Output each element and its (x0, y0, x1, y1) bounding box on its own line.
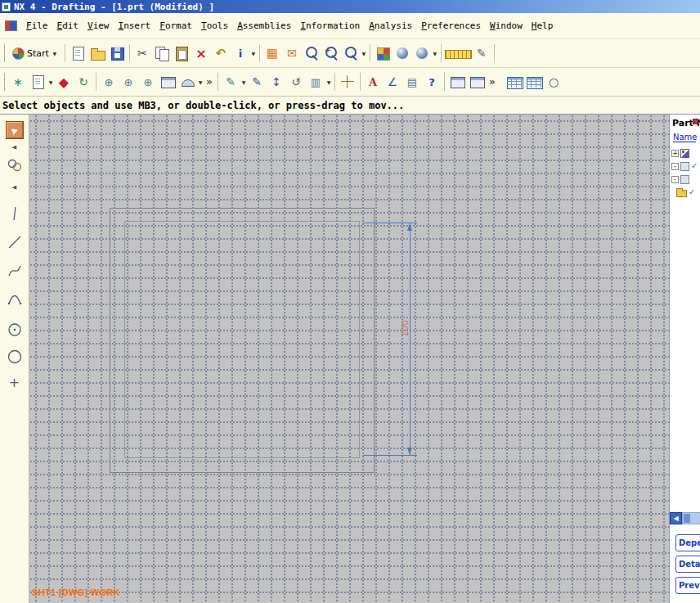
toolbar-overflow-icon[interactable]: » (204, 72, 215, 92)
zoom-icon[interactable] (302, 43, 321, 63)
tabular-note-icon[interactable] (505, 72, 524, 92)
tree-row[interactable]: ✓ (670, 186, 700, 199)
view-frame-icon[interactable] (447, 72, 467, 92)
circle-icon[interactable] (7, 349, 23, 367)
redo-loop-icon[interactable]: ↺ (286, 72, 306, 92)
paste-icon[interactable] (172, 43, 191, 63)
sketch-icon[interactable]: ∗ (8, 72, 28, 92)
chevron-down-icon[interactable]: ▼ (250, 43, 257, 63)
point-icon[interactable]: + (9, 376, 20, 390)
parts-list-icon[interactable] (524, 72, 544, 92)
menu-item-view[interactable]: View (88, 20, 110, 31)
menu-item-edit[interactable]: Edit (57, 20, 79, 31)
expand-icon[interactable]: + (671, 150, 679, 157)
save-icon[interactable] (107, 43, 127, 63)
new-file-icon[interactable] (68, 43, 88, 63)
projected-view-icon[interactable]: ⊕ (119, 72, 138, 92)
snap-point-icon[interactable] (7, 157, 23, 176)
vertical-dimension-icon[interactable]: ↕ (267, 72, 286, 92)
menu-item-tools[interactable]: Tools (201, 20, 228, 31)
dependencies-panel-button[interactable]: Depe (675, 534, 700, 551)
tree-row[interactable]: - (670, 173, 700, 186)
window-titlebar[interactable]: NX 4 - Drafting - [1.prt (Modified) ] (0, 0, 700, 13)
undo-icon[interactable]: ↶ (211, 43, 231, 63)
delete-icon[interactable]: × (191, 43, 211, 63)
line-vertical-icon[interactable] (7, 205, 23, 224)
start-button[interactable]: Start ▼ (8, 42, 62, 65)
cut-icon[interactable]: ✂ (132, 43, 152, 63)
name-column-header[interactable]: Name (673, 133, 696, 142)
preview-panel-button[interactable]: Prev (675, 577, 700, 594)
angle-dimension-icon[interactable]: ∠ (383, 72, 402, 92)
collapse-left-icon[interactable]: ◀ (12, 184, 16, 191)
menu-item-window[interactable]: Window (490, 20, 523, 31)
chevron-down-icon[interactable]: ▼ (47, 72, 54, 92)
scroll-track[interactable] (682, 512, 700, 524)
menu-item-insert[interactable]: Insert (119, 20, 151, 31)
datum-plane-icon[interactable]: ◆ (54, 72, 74, 92)
spline-icon[interactable] (7, 263, 23, 281)
circle-center-icon[interactable] (7, 322, 23, 340)
collapse-icon[interactable]: - (671, 176, 679, 183)
menu-item-assemblies[interactable]: Assemblies (237, 20, 291, 31)
menu-item-file[interactable]: File (26, 20, 48, 31)
check-icon: ✓ (689, 188, 695, 196)
zoom-area-icon[interactable] (341, 43, 361, 63)
section-grid-icon[interactable]: ▥ (306, 72, 325, 92)
chevron-down-icon[interactable]: ▼ (361, 43, 367, 63)
toolbar-grip[interactable] (2, 73, 5, 91)
section-view-icon[interactable] (177, 72, 197, 92)
ruler-icon[interactable] (444, 43, 472, 63)
tree-row[interactable]: + (670, 146, 700, 160)
refresh-display-icon[interactable]: ✉ (282, 43, 302, 63)
menu-item-information[interactable]: Information (300, 20, 360, 31)
dimension-value[interactable]: 100 (400, 318, 411, 340)
annotation-pencil-icon[interactable]: ✎ (247, 72, 267, 92)
open-file-icon[interactable] (88, 43, 107, 63)
base-view-icon[interactable]: ⊕ (99, 72, 119, 92)
select-tool-icon[interactable] (6, 121, 24, 139)
tree-row[interactable]: - ✓ (670, 160, 700, 173)
line-diagonal-icon[interactable] (7, 234, 23, 253)
chevron-down-icon[interactable]: ▼ (325, 72, 332, 92)
drawing-canvas[interactable]: 100 SHT1 [DWG] WORK (29, 115, 669, 603)
new-sheet-icon[interactable] (28, 72, 47, 92)
fit-view-icon[interactable]: ▦ (262, 43, 282, 63)
information-window-icon[interactable]: i (231, 43, 250, 63)
id-symbol-icon[interactable]: ? (422, 72, 442, 92)
view-border[interactable] (124, 221, 360, 458)
panel-pin-icon[interactable] (693, 119, 698, 124)
circle-tool-icon[interactable]: ○ (544, 72, 563, 92)
menu-item-preferences[interactable]: Preferences (421, 20, 481, 31)
shaded-view-icon[interactable] (393, 43, 412, 63)
rendering-style-icon[interactable] (412, 43, 432, 63)
collapse-left-icon[interactable]: ◀ (12, 144, 16, 151)
menu-item-format[interactable]: Format (159, 20, 192, 31)
scroll-thumb[interactable] (684, 514, 690, 523)
collapse-icon[interactable]: - (671, 163, 679, 170)
chevron-down-icon[interactable]: ▼ (197, 72, 204, 92)
drafting-pencil-icon[interactable]: ✎ (472, 43, 491, 63)
toolbar-grip[interactable] (2, 44, 5, 62)
dimension-line[interactable] (410, 223, 411, 456)
panel-hscrollbar[interactable]: ◀ (670, 512, 700, 524)
arc-icon[interactable] (7, 291, 23, 310)
zoom-in-icon[interactable]: + (321, 43, 341, 63)
drawing-frame-icon[interactable] (467, 72, 487, 92)
copy-icon[interactable] (152, 43, 172, 63)
table-annotation-icon[interactable]: ▤ (402, 72, 422, 92)
detail-view-icon[interactable]: ⊕ (138, 72, 158, 92)
scroll-left-icon[interactable]: ◀ (670, 512, 682, 524)
menu-item-analysis[interactable]: Analysis (369, 20, 412, 31)
sketch-curve-icon[interactable]: ✎ (221, 72, 240, 92)
view-layout-icon[interactable] (158, 72, 177, 92)
chevron-down-icon[interactable]: ▼ (240, 72, 247, 92)
display-mode-palette-icon[interactable] (373, 43, 393, 63)
menu-item-help[interactable]: Help (532, 20, 554, 31)
chevron-down-icon[interactable]: ▼ (432, 43, 438, 63)
point-target-icon[interactable] (338, 72, 357, 92)
text-annotation-icon[interactable]: A (363, 72, 383, 92)
details-panel-button[interactable]: Deta (675, 556, 700, 573)
toolbar-overflow-icon[interactable]: » (487, 72, 498, 92)
update-views-icon[interactable]: ↻ (74, 72, 93, 92)
